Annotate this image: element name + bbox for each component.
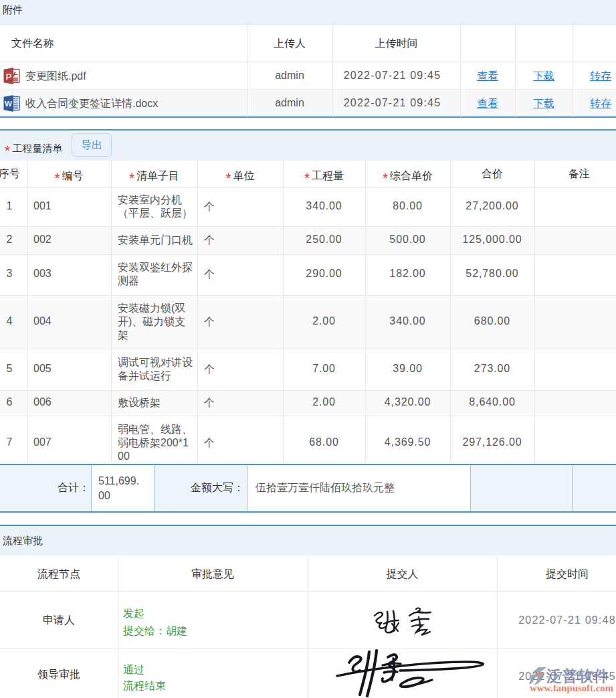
- svg-text:W: W: [5, 100, 12, 108]
- svg-text:P: P: [6, 72, 12, 82]
